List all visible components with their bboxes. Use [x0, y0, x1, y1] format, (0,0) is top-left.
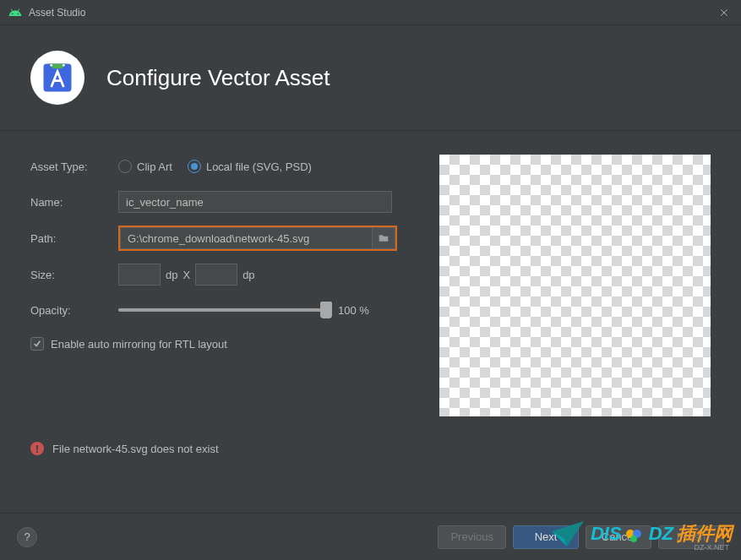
form-column: Asset Type: Clip Art Local file (SVG, PS…	[30, 155, 414, 416]
name-input[interactable]	[118, 191, 392, 213]
size-row: Size: dp X dp	[30, 263, 414, 286]
radio-icon	[188, 160, 201, 173]
check-icon	[33, 340, 41, 348]
radio-local-file-label: Local file (SVG, PSD)	[206, 160, 312, 173]
size-width-input[interactable]	[118, 264, 161, 285]
previous-button[interactable]: Previous	[438, 525, 506, 549]
asset-type-row: Asset Type: Clip Art Local file (SVG, PS…	[30, 155, 414, 178]
radio-icon	[118, 160, 132, 173]
opacity-label: Opacity:	[30, 304, 118, 317]
opacity-row: Opacity: 100 %	[30, 298, 414, 322]
size-unit-height: dp	[242, 269, 254, 281]
size-unit-width: dp	[166, 269, 177, 281]
content-area: Asset Type: Clip Art Local file (SVG, PS…	[0, 131, 741, 427]
close-icon[interactable]	[719, 6, 733, 19]
error-message: File network-45.svg does not exist	[52, 443, 219, 455]
browse-button[interactable]	[372, 227, 395, 249]
vector-asset-logo	[30, 51, 84, 105]
preview-panel	[439, 155, 711, 416]
path-input[interactable]	[120, 227, 372, 249]
rtl-row[interactable]: Enable auto mirroring for RTL layout	[30, 337, 414, 351]
rtl-checkbox[interactable]	[30, 337, 44, 351]
path-label: Path:	[30, 232, 118, 245]
size-height-input[interactable]	[195, 264, 237, 285]
svg-point-1	[50, 64, 52, 67]
asset-type-radio-group: Clip Art Local file (SVG, PSD)	[118, 160, 312, 173]
error-row: ! File network-45.svg does not exist	[0, 435, 741, 465]
cancel-button[interactable]: Cancel	[586, 525, 651, 549]
path-input-group	[118, 226, 397, 251]
next-button[interactable]: Next	[513, 525, 579, 549]
size-label: Size:	[30, 269, 118, 281]
size-separator: X	[183, 269, 190, 281]
opacity-slider-group: 100 %	[118, 304, 369, 317]
svg-point-2	[63, 64, 65, 67]
dialog-header: Configure Vector Asset	[0, 25, 741, 131]
slider-fill	[118, 308, 326, 312]
name-row: Name:	[30, 190, 414, 214]
name-label: Name:	[30, 196, 118, 209]
page-title: Configure Vector Asset	[106, 65, 330, 91]
radio-clip-art-label: Clip Art	[137, 160, 172, 173]
rtl-label: Enable auto mirroring for RTL layout	[51, 338, 227, 351]
finish-button[interactable]: Finish	[658, 525, 724, 549]
help-button[interactable]: ?	[17, 527, 37, 547]
size-group: dp X dp	[118, 264, 255, 285]
error-icon: !	[30, 442, 44, 455]
radio-clip-art[interactable]: Clip Art	[118, 160, 172, 173]
path-row: Path:	[30, 226, 414, 251]
dialog-footer: ? Previous Next Cancel Finish	[0, 513, 741, 560]
asset-type-label: Asset Type:	[30, 160, 118, 173]
android-icon	[8, 6, 22, 19]
titlebar: Asset Studio	[0, 0, 741, 25]
slider-thumb[interactable]	[320, 302, 332, 318]
opacity-slider[interactable]	[118, 308, 326, 312]
window-title: Asset Studio	[29, 7, 719, 19]
folder-icon	[378, 233, 390, 243]
radio-local-file[interactable]: Local file (SVG, PSD)	[188, 160, 312, 173]
opacity-value: 100 %	[338, 304, 369, 317]
